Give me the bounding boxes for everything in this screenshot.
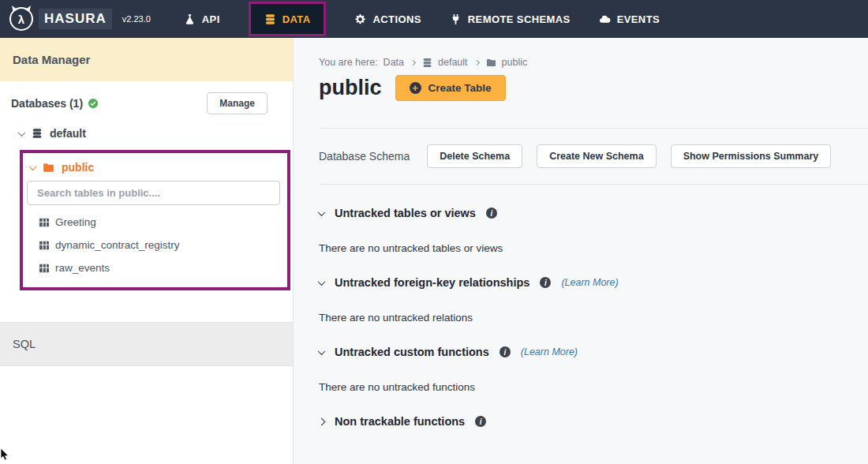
sidebar-item-table-greeting[interactable]: Greeting <box>27 211 280 234</box>
main-nav: API DATA ACTIONS REMOTE SCHEMAS EVENTS <box>184 0 688 38</box>
section-body: There are no untracked functions <box>319 381 868 393</box>
nav-label: REMOTE SCHEMAS <box>468 13 571 25</box>
chevron-down-icon[interactable] <box>318 208 326 216</box>
page-title: public <box>319 76 382 100</box>
flask-icon <box>184 13 196 25</box>
chevron-down-icon[interactable] <box>318 278 326 286</box>
sidebar-item-table-raw-events[interactable]: raw_events <box>27 256 280 279</box>
breadcrumb-default[interactable]: default <box>438 57 468 68</box>
data-manager-header: Data Manager <box>0 38 293 81</box>
chevron-right-icon <box>474 59 480 65</box>
hasura-logo-icon <box>9 7 33 31</box>
chevron-right-icon <box>410 59 416 65</box>
schema-name: public <box>62 161 94 174</box>
section-title: Untracked custom functions <box>335 346 489 358</box>
cloud-icon <box>599 13 611 25</box>
nav-item-api[interactable]: API <box>184 0 220 38</box>
breadcrumb: You are here: Data default public <box>319 57 868 68</box>
plus-circle-icon <box>410 82 421 94</box>
database-icon <box>264 13 276 25</box>
databases-row: Databases (1) Manage <box>0 81 293 121</box>
databases-label-group: Databases (1) <box>11 97 99 110</box>
section-body: There are no untracked relations <box>319 312 868 324</box>
folder-icon <box>43 162 54 174</box>
create-table-button[interactable]: Create Table <box>395 75 506 101</box>
top-navbar: HASURA v2.23.0 API DATA ACTIONS REMOTE <box>0 0 868 38</box>
mouse-cursor <box>0 448 10 461</box>
table-icon <box>39 240 50 251</box>
folder-icon <box>486 58 496 68</box>
nav-label: ACTIONS <box>372 13 421 25</box>
divider <box>319 128 868 129</box>
section-non-trackable-functions[interactable]: Non trackable functions <box>319 415 868 428</box>
sidebar-item-table-dynamic-contract-registry[interactable]: dynamic_contract_registry <box>27 234 280 256</box>
table-name: Greeting <box>55 216 96 228</box>
create-new-schema-button[interactable]: Create New Schema <box>537 144 657 168</box>
info-icon[interactable] <box>475 416 486 427</box>
database-icon <box>422 58 432 68</box>
chevron-down-icon[interactable] <box>18 129 26 137</box>
section-untracked-fk-relationships[interactable]: Untracked foreign-key relationships (Lea… <box>319 276 868 289</box>
sidebar-item-public-schema[interactable]: public <box>27 157 280 181</box>
create-table-label: Create Table <box>428 82 492 94</box>
manage-button[interactable]: Manage <box>207 92 268 114</box>
info-icon[interactable] <box>499 346 511 357</box>
version-label: v2.23.0 <box>122 14 151 24</box>
chevron-down-icon[interactable] <box>29 163 37 170</box>
nav-label: EVENTS <box>617 13 660 25</box>
table-list: Greeting dynamic_contract_registry raw_e… <box>27 205 280 279</box>
nav-item-events[interactable]: EVENTS <box>599 0 660 38</box>
section-body: There are no untracked tables or views <box>319 242 868 254</box>
info-icon[interactable] <box>540 277 551 288</box>
table-icon <box>39 263 50 274</box>
nav-item-actions[interactable]: ACTIONS <box>354 0 421 38</box>
divider <box>319 184 868 185</box>
learn-more-link[interactable]: (Learn More) <box>561 277 618 288</box>
chevron-down-icon[interactable] <box>318 347 326 355</box>
learn-more-link[interactable]: (Learn More) <box>521 346 578 357</box>
gears-icon <box>354 13 366 25</box>
breadcrumb-public[interactable]: public <box>502 57 528 68</box>
section-title: Untracked foreign-key relationships <box>335 276 529 289</box>
table-name: raw_events <box>55 262 110 274</box>
breadcrumb-data[interactable]: Data <box>383 57 404 68</box>
sidebar-item-default-database[interactable]: default <box>0 121 293 146</box>
database-name: default <box>50 127 86 140</box>
schema-page: You are here: Data default public public… <box>294 38 868 464</box>
database-schema-row: Database Schema Delete Schema Create New… <box>319 144 868 168</box>
show-permissions-summary-button[interactable]: Show Permissions Summary <box>671 144 832 168</box>
brand-name: HASURA <box>39 9 112 29</box>
hasura-logo[interactable]: HASURA v2.23.0 <box>0 7 151 31</box>
plug-icon <box>450 13 462 25</box>
breadcrumb-prefix: You are here: <box>319 57 378 68</box>
sidebar-item-sql[interactable]: SQL <box>0 322 293 366</box>
section-untracked-tables[interactable]: Untracked tables or views <box>319 207 868 219</box>
nav-item-data[interactable]: DATA <box>249 2 327 36</box>
chevron-right-icon[interactable] <box>318 417 326 425</box>
databases-label: Databases (1) <box>11 97 83 110</box>
table-name: dynamic_contract_registry <box>55 239 180 251</box>
check-circle-icon <box>88 98 99 109</box>
nav-item-remote-schemas[interactable]: REMOTE SCHEMAS <box>450 0 571 38</box>
title-row: public Create Table <box>319 75 868 101</box>
table-icon <box>39 217 50 228</box>
delete-schema-button[interactable]: Delete Schema <box>427 144 522 168</box>
nav-label: DATA <box>282 13 311 25</box>
data-sidebar: Data Manager Databases (1) Manage defaul… <box>0 38 294 464</box>
search-tables-input[interactable] <box>27 181 280 205</box>
schema-highlight-box: public Greeting dynamic_contract_registr… <box>20 150 290 290</box>
section-untracked-custom-functions[interactable]: Untracked custom functions (Learn More) <box>319 346 868 358</box>
database-icon <box>32 128 43 139</box>
database-schema-label: Database Schema <box>319 150 410 163</box>
nav-label: API <box>202 13 220 25</box>
section-title: Non trackable functions <box>335 415 465 428</box>
section-title: Untracked tables or views <box>335 207 476 219</box>
info-icon[interactable] <box>486 208 497 219</box>
